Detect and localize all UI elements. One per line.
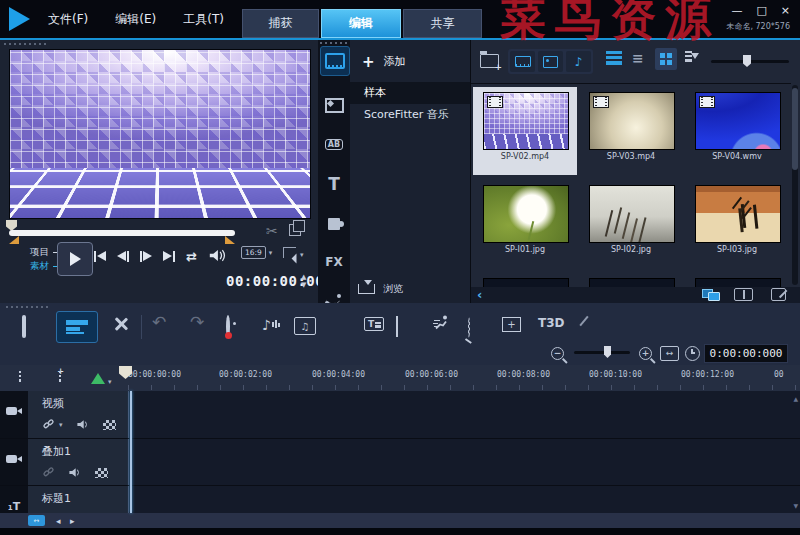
storyboard-view-icon[interactable] — [22, 317, 26, 336]
filter-videos-icon[interactable] — [510, 51, 535, 72]
library-item[interactable]: SP-I02.jpg — [579, 180, 683, 268]
trim-handle-start[interactable] — [9, 236, 19, 244]
hscroll-thumb[interactable]: ↔ — [28, 515, 45, 526]
library-item[interactable]: SP-V02.mp4 — [473, 87, 577, 175]
menu-edit[interactable]: 编辑(E) — [109, 9, 162, 30]
menu-tools[interactable]: 工具(T) — [177, 9, 230, 30]
close-button[interactable]: × — [781, 4, 790, 17]
auto-music-icon[interactable]: ♫ — [294, 317, 316, 335]
timecode-spinner[interactable]: ▲ ▼ — [301, 274, 306, 288]
menu-file[interactable]: 文件(F) — [42, 9, 94, 30]
sort-icon[interactable] — [685, 50, 699, 64]
maximize-button[interactable]: □ — [756, 4, 766, 17]
library-item[interactable] — [685, 273, 789, 287]
library-item[interactable]: SP-I01.jpg — [473, 180, 577, 268]
filter-audio-icon[interactable]: ♪ — [566, 51, 591, 72]
storyboard-panel-icon[interactable] — [734, 288, 753, 301]
sound-mixer-icon[interactable]: ♪ — [262, 317, 271, 333]
next-frame-button[interactable] — [140, 251, 152, 262]
filter-fx-icon[interactable]: FX — [320, 248, 348, 276]
graphic-icon[interactable] — [320, 210, 348, 238]
video-track-content[interactable] — [129, 391, 800, 438]
track-mute-icon[interactable] — [68, 467, 82, 478]
thumbnail-video[interactable] — [695, 92, 781, 150]
timeline-zoom-slider[interactable] — [574, 351, 630, 354]
nav-item-samples[interactable]: 样本 — [350, 82, 470, 104]
list-view-icon[interactable]: ≡ — [632, 50, 644, 66]
prev-frame-button[interactable] — [117, 251, 129, 262]
record-capture-icon[interactable] — [226, 317, 230, 336]
library-item[interactable] — [473, 273, 577, 287]
capture-frame-icon[interactable] — [289, 224, 301, 236]
project-duration-icon[interactable] — [685, 346, 700, 361]
overlay-track-type-icon[interactable]: 1 — [0, 439, 28, 485]
redo-icon[interactable]: ↷ — [190, 312, 204, 332]
title-track-type-icon[interactable]: 1T — [0, 486, 28, 513]
add-folder-button[interactable]: + 添加 — [362, 54, 406, 69]
ruler-scale[interactable]: 00:00:00:00 00:00:02:00 00:00:04:00 00:0… — [124, 365, 800, 391]
transitions-icon[interactable] — [320, 91, 348, 119]
timeline-view-icon[interactable] — [56, 311, 98, 343]
split-clip-icon[interactable]: ✂ — [266, 223, 278, 239]
track-transparency-icon[interactable] — [95, 468, 108, 478]
thumbnail-clip[interactable] — [483, 278, 569, 287]
enlarge-preview-icon[interactable] — [283, 247, 296, 258]
import-media-icon[interactable] — [480, 54, 499, 68]
library-scrollbar[interactable] — [792, 85, 798, 285]
volume-icon[interactable] — [208, 247, 226, 266]
timeline-ruler[interactable]: ▾ 00:00:00:00 00:00:02:00 00:00:04:00 00… — [0, 365, 800, 392]
filter-photos-icon[interactable] — [538, 51, 563, 72]
collapse-panel-icon[interactable]: ‹ — [477, 290, 482, 300]
seek-bar[interactable] — [9, 230, 235, 236]
mask-creator-icon[interactable]: + — [502, 317, 521, 332]
thumbnail-video[interactable] — [483, 92, 569, 150]
minimize-button[interactable]: — — [731, 4, 742, 17]
trim-handle-end[interactable] — [225, 236, 235, 244]
track-transparency-icon[interactable] — [103, 420, 116, 430]
multicam-editor-icon[interactable] — [396, 317, 398, 336]
undo-icon[interactable]: ↶ — [152, 312, 166, 332]
tab-capture[interactable]: 捕获 — [242, 9, 319, 38]
chevron-down-icon[interactable]: ▾ — [59, 421, 63, 429]
motion-tracking-icon[interactable] — [432, 314, 452, 335]
chevron-down-icon[interactable]: ▾ — [108, 378, 112, 386]
thumbnail-image[interactable] — [589, 185, 675, 243]
video-track-type-icon[interactable] — [0, 391, 28, 438]
library-clips-view-icon[interactable] — [702, 289, 721, 301]
track-mute-icon[interactable] — [76, 419, 90, 430]
title-track-header[interactable]: 标题1 — [28, 486, 129, 513]
subtitle-editor-icon[interactable]: T — [364, 317, 384, 331]
link-icon[interactable] — [42, 463, 55, 482]
timeline-timecode[interactable]: 0:00:00:000 — [704, 344, 788, 363]
tracks-scroll-up-icon[interactable]: ▲ — [793, 395, 798, 402]
zoom-in-icon[interactable]: + — [639, 347, 652, 360]
overlay-track-content[interactable] — [129, 439, 800, 485]
library-item[interactable] — [579, 273, 683, 287]
tracks-scroll-down-icon[interactable]: ▼ — [793, 502, 798, 509]
scrollbar-thumb[interactable] — [792, 88, 798, 170]
thumbnail-clip[interactable] — [695, 278, 781, 287]
repeat-icon[interactable]: ⇄ — [186, 249, 197, 264]
title-track-content[interactable] — [129, 486, 800, 513]
title-icon[interactable]: T — [320, 170, 348, 198]
scroll-left-icon[interactable]: ◂ — [56, 516, 61, 526]
playhead-line[interactable] — [130, 391, 132, 513]
home-button[interactable] — [94, 251, 106, 262]
spin-up-icon[interactable]: ▲ — [301, 274, 306, 280]
thumbnail-image[interactable] — [695, 185, 781, 243]
lasso-icon[interactable] — [468, 318, 470, 337]
fit-project-icon[interactable]: ↔ — [660, 346, 679, 361]
slider-thumb[interactable] — [604, 346, 611, 358]
end-button[interactable] — [163, 251, 175, 262]
show-titles-icon[interactable] — [606, 51, 622, 65]
overlay-track-header[interactable]: 叠加1 — [28, 439, 129, 485]
nav-item-scorefitter[interactable]: ScoreFitter 音乐 — [350, 104, 470, 126]
link-icon[interactable] — [42, 415, 55, 434]
edit-library-icon[interactable] — [771, 288, 786, 301]
thumbnail-zoom-slider[interactable] — [711, 60, 789, 63]
scroll-right-icon[interactable]: ▸ — [70, 516, 75, 526]
library-item[interactable]: SP-I03.jpg — [685, 180, 789, 268]
ripple-edit-icon[interactable] — [91, 373, 105, 384]
thumbnail-image[interactable] — [483, 185, 569, 243]
thumbnail-view-icon[interactable] — [655, 48, 677, 70]
